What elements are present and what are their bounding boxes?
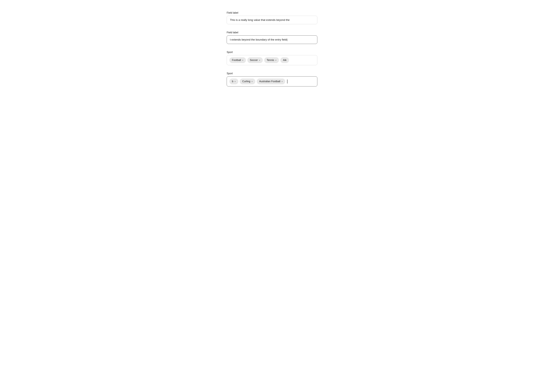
sport1-label: Sport [227, 51, 317, 54]
sport1-group: Sport Football × Soccer × Tennis × Aik [227, 51, 317, 65]
text-cursor [287, 79, 287, 83]
chip-soccer: Soccer × [247, 57, 263, 63]
field2-value: t extends beyond the boundary of the ent… [230, 38, 314, 41]
sport2-input[interactable]: b × Curling × Australian Football × [227, 76, 317, 86]
chip-curling-remove[interactable]: × [251, 80, 253, 83]
chip-partial-label: b [232, 80, 233, 83]
chip-football-remove[interactable]: × [242, 59, 243, 61]
field1-group: Field label This is a really long value … [227, 11, 317, 24]
sport2-group: Sport b × Curling × Australian Football … [227, 72, 317, 86]
chip-curling-label: Curling [242, 80, 250, 83]
field2-group: Field label t extends beyond the boundar… [227, 31, 317, 44]
chip-football-label: Football [232, 59, 241, 62]
chip-aik-partial: Aik [280, 57, 289, 63]
field1-label: Field label [227, 11, 317, 14]
chip-curling: Curling × [240, 78, 255, 84]
page-container: Field label This is a really long value … [227, 11, 317, 86]
chip-soccer-remove[interactable]: × [259, 59, 260, 61]
chip-soccer-label: Soccer [250, 59, 258, 62]
field1-value: This is a really long value that extends… [230, 18, 314, 22]
chip-aik-label: Aik [283, 59, 286, 62]
sport1-input[interactable]: Football × Soccer × Tennis × Aik [227, 55, 317, 65]
chip-partial-remove[interactable]: × [234, 80, 236, 83]
chip-partial-left: b × [229, 78, 238, 84]
sport2-label: Sport [227, 72, 317, 75]
chip-football: Football × [229, 57, 246, 63]
chip-australian-football-label: Australian Football [259, 80, 280, 83]
chip-tennis-remove[interactable]: × [275, 59, 277, 61]
chip-australian-football-remove[interactable]: × [282, 80, 283, 83]
field1-input[interactable]: This is a really long value that extends… [227, 16, 317, 24]
chip-tennis-label: Tennis [267, 59, 274, 62]
field2-label: Field label [227, 31, 317, 34]
chip-tennis: Tennis × [264, 57, 279, 63]
field2-input[interactable]: t extends beyond the boundary of the ent… [227, 36, 317, 44]
chip-australian-football: Australian Football × [257, 78, 285, 84]
